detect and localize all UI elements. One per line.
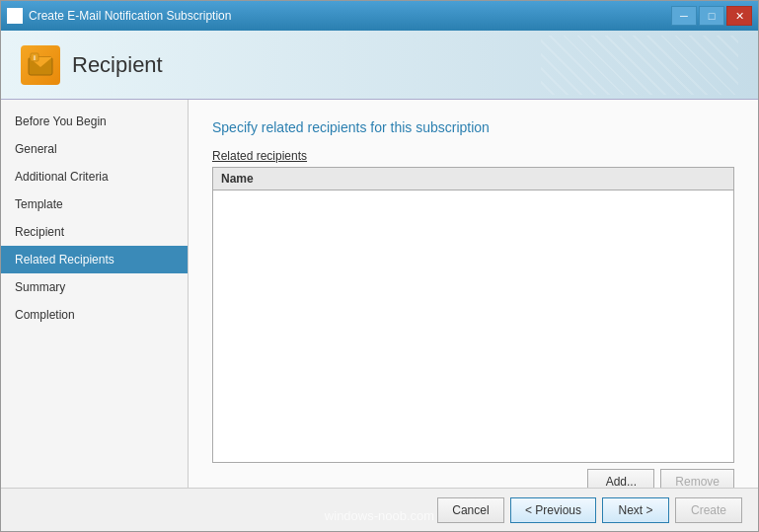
table-column-name: Name [213, 168, 733, 190]
sidebar-item-additional-criteria[interactable]: Additional Criteria [1, 163, 188, 190]
remove-button[interactable]: Remove [660, 469, 734, 488]
footer: Cancel < Previous Next > Create windows-… [1, 488, 758, 531]
header-area: i Recipient [1, 31, 758, 100]
close-button[interactable]: ✕ [726, 6, 752, 26]
main-window: Create E-Mail Notification Subscription … [0, 0, 759, 532]
watermark: windows-noob.com [325, 508, 434, 523]
svg-text:i: i [34, 54, 36, 61]
next-button[interactable]: Next > [602, 497, 669, 523]
window-icon [7, 8, 23, 24]
main-content: Specify related recipients for this subs… [189, 100, 758, 488]
sidebar-item-general[interactable]: General [1, 135, 188, 163]
sidebar-item-before-you-begin[interactable]: Before You Begin [1, 108, 188, 135]
add-button[interactable]: Add... [587, 469, 654, 488]
sidebar-item-recipient[interactable]: Recipient [1, 218, 188, 246]
cancel-button[interactable]: Cancel [437, 497, 504, 523]
create-button[interactable]: Create [675, 497, 742, 523]
title-bar: Create E-Mail Notification Subscription … [1, 1, 758, 31]
main-title: Specify related recipients for this subs… [212, 119, 734, 135]
window-title: Create E-Mail Notification Subscription [29, 9, 231, 23]
header-title: Recipient [72, 52, 163, 78]
sidebar-item-template[interactable]: Template [1, 190, 188, 218]
content-area: Before You BeginGeneralAdditional Criter… [1, 100, 758, 488]
sidebar-item-summary[interactable]: Summary [1, 273, 188, 301]
title-bar-left: Create E-Mail Notification Subscription [7, 8, 231, 24]
header-icon: i [21, 45, 60, 85]
section-label: Related recipients [212, 149, 734, 163]
recipients-table: Name [212, 167, 734, 463]
table-body [213, 190, 733, 460]
previous-button[interactable]: < Previous [510, 497, 596, 523]
sidebar-item-completion[interactable]: Completion [1, 301, 188, 329]
title-bar-controls: ─ □ ✕ [671, 6, 752, 26]
minimize-button[interactable]: ─ [671, 6, 697, 26]
table-actions: Add... Remove [212, 469, 734, 488]
sidebar-item-related-recipients[interactable]: Related Recipients [1, 246, 188, 273]
maximize-button[interactable]: □ [699, 6, 724, 26]
sidebar: Before You BeginGeneralAdditional Criter… [1, 100, 189, 488]
